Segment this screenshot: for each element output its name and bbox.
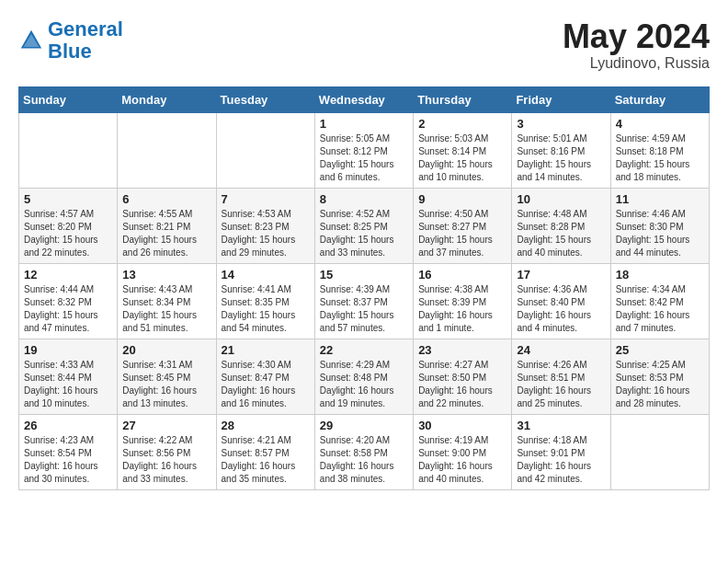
calendar-cell: 1Sunrise: 5:05 AMSunset: 8:12 PMDaylight… bbox=[314, 112, 413, 188]
day-info: Sunrise: 4:31 AMSunset: 8:45 PMDaylight:… bbox=[122, 359, 210, 410]
weekday-header-tuesday: Tuesday bbox=[216, 86, 314, 112]
day-number: 2 bbox=[418, 117, 506, 131]
day-number: 4 bbox=[616, 117, 704, 131]
day-info: Sunrise: 4:48 AMSunset: 8:28 PMDaylight:… bbox=[517, 208, 605, 259]
day-number: 29 bbox=[320, 419, 408, 432]
calendar-cell: 13Sunrise: 4:43 AMSunset: 8:34 PMDayligh… bbox=[118, 263, 216, 339]
day-number: 14 bbox=[222, 268, 310, 282]
day-info: Sunrise: 4:46 AMSunset: 8:30 PMDaylight:… bbox=[616, 208, 704, 259]
calendar-cell: 27Sunrise: 4:22 AMSunset: 8:56 PMDayligh… bbox=[118, 414, 216, 489]
calendar-cell bbox=[216, 112, 314, 188]
day-number: 25 bbox=[616, 343, 704, 357]
calendar-cell: 5Sunrise: 4:57 AMSunset: 8:20 PMDaylight… bbox=[19, 188, 118, 263]
day-info: Sunrise: 4:38 AMSunset: 8:39 PMDaylight:… bbox=[418, 283, 506, 335]
day-info: Sunrise: 4:53 AMSunset: 8:23 PMDaylight:… bbox=[222, 208, 310, 259]
calendar-cell: 9Sunrise: 4:50 AMSunset: 8:27 PMDaylight… bbox=[414, 188, 512, 263]
weekday-header-friday: Friday bbox=[512, 86, 610, 112]
day-info: Sunrise: 4:26 AMSunset: 8:51 PMDaylight:… bbox=[517, 359, 605, 410]
calendar-cell: 22Sunrise: 4:29 AMSunset: 8:48 PMDayligh… bbox=[314, 339, 413, 414]
day-number: 17 bbox=[517, 268, 605, 282]
day-number: 28 bbox=[222, 419, 310, 432]
day-number: 18 bbox=[616, 268, 704, 282]
day-number: 6 bbox=[122, 192, 210, 206]
calendar-cell: 17Sunrise: 4:36 AMSunset: 8:40 PMDayligh… bbox=[512, 263, 610, 339]
calendar-cell: 7Sunrise: 4:53 AMSunset: 8:23 PMDaylight… bbox=[216, 188, 314, 263]
day-info: Sunrise: 4:33 AMSunset: 8:44 PMDaylight:… bbox=[24, 359, 112, 410]
day-number: 8 bbox=[320, 192, 408, 206]
day-number: 21 bbox=[222, 343, 310, 357]
calendar-cell: 2Sunrise: 5:03 AMSunset: 8:14 PMDaylight… bbox=[414, 112, 512, 188]
day-number: 9 bbox=[418, 192, 506, 206]
day-info: Sunrise: 4:27 AMSunset: 8:50 PMDaylight:… bbox=[418, 359, 506, 410]
day-number: 23 bbox=[418, 343, 506, 357]
weekday-header-monday: Monday bbox=[118, 86, 216, 112]
day-info: Sunrise: 4:34 AMSunset: 8:42 PMDaylight:… bbox=[616, 283, 704, 335]
day-number: 15 bbox=[320, 268, 408, 282]
logo-icon bbox=[18, 28, 44, 53]
calendar-cell: 8Sunrise: 4:52 AMSunset: 8:25 PMDaylight… bbox=[314, 188, 413, 263]
day-info: Sunrise: 4:22 AMSunset: 8:56 PMDaylight:… bbox=[122, 434, 210, 486]
calendar-cell: 24Sunrise: 4:26 AMSunset: 8:51 PMDayligh… bbox=[512, 339, 610, 414]
calendar-cell: 26Sunrise: 4:23 AMSunset: 8:54 PMDayligh… bbox=[19, 414, 118, 489]
calendar-table: SundayMondayTuesdayWednesdayThursdayFrid… bbox=[18, 86, 710, 490]
title-block: May 2024 Lyudinovo, Russia bbox=[563, 18, 710, 72]
day-number: 3 bbox=[517, 117, 605, 131]
day-number: 26 bbox=[24, 419, 112, 432]
day-number: 1 bbox=[320, 117, 408, 131]
day-number: 11 bbox=[616, 192, 704, 206]
day-info: Sunrise: 4:25 AMSunset: 8:53 PMDaylight:… bbox=[616, 359, 704, 410]
calendar-cell: 15Sunrise: 4:39 AMSunset: 8:37 PMDayligh… bbox=[314, 263, 413, 339]
logo: General Blue bbox=[18, 18, 123, 63]
calendar-cell: 23Sunrise: 4:27 AMSunset: 8:50 PMDayligh… bbox=[414, 339, 512, 414]
calendar-cell: 28Sunrise: 4:21 AMSunset: 8:57 PMDayligh… bbox=[216, 414, 314, 489]
day-info: Sunrise: 5:05 AMSunset: 8:12 PMDaylight:… bbox=[320, 132, 408, 184]
day-info: Sunrise: 4:43 AMSunset: 8:34 PMDaylight:… bbox=[122, 283, 210, 335]
day-info: Sunrise: 4:39 AMSunset: 8:37 PMDaylight:… bbox=[320, 283, 408, 335]
day-number: 10 bbox=[517, 192, 605, 206]
calendar-cell: 14Sunrise: 4:41 AMSunset: 8:35 PMDayligh… bbox=[216, 263, 314, 339]
day-number: 24 bbox=[517, 343, 605, 357]
day-info: Sunrise: 4:23 AMSunset: 8:54 PMDaylight:… bbox=[24, 434, 112, 486]
day-info: Sunrise: 4:36 AMSunset: 8:40 PMDaylight:… bbox=[517, 283, 605, 335]
day-number: 19 bbox=[24, 343, 112, 357]
calendar-cell: 19Sunrise: 4:33 AMSunset: 8:44 PMDayligh… bbox=[19, 339, 118, 414]
day-info: Sunrise: 4:57 AMSunset: 8:20 PMDaylight:… bbox=[24, 208, 112, 259]
day-number: 30 bbox=[418, 419, 506, 432]
calendar-cell: 18Sunrise: 4:34 AMSunset: 8:42 PMDayligh… bbox=[610, 263, 709, 339]
calendar-cell: 10Sunrise: 4:48 AMSunset: 8:28 PMDayligh… bbox=[512, 188, 610, 263]
month-title: May 2024 bbox=[563, 18, 710, 55]
day-number: 13 bbox=[122, 268, 210, 282]
day-info: Sunrise: 4:55 AMSunset: 8:21 PMDaylight:… bbox=[122, 208, 210, 259]
calendar-cell: 16Sunrise: 4:38 AMSunset: 8:39 PMDayligh… bbox=[414, 263, 512, 339]
day-number: 7 bbox=[222, 192, 310, 206]
day-number: 16 bbox=[418, 268, 506, 282]
day-info: Sunrise: 4:44 AMSunset: 8:32 PMDaylight:… bbox=[24, 283, 112, 335]
day-info: Sunrise: 4:21 AMSunset: 8:57 PMDaylight:… bbox=[222, 434, 310, 486]
weekday-header-sunday: Sunday bbox=[19, 86, 118, 112]
day-info: Sunrise: 5:03 AMSunset: 8:14 PMDaylight:… bbox=[418, 132, 506, 184]
day-info: Sunrise: 4:19 AMSunset: 9:00 PMDaylight:… bbox=[418, 434, 506, 486]
calendar-cell: 3Sunrise: 5:01 AMSunset: 8:16 PMDaylight… bbox=[512, 112, 610, 188]
day-info: Sunrise: 4:18 AMSunset: 9:01 PMDaylight:… bbox=[517, 434, 605, 486]
day-info: Sunrise: 4:59 AMSunset: 8:18 PMDaylight:… bbox=[616, 132, 704, 184]
calendar-week-4: 19Sunrise: 4:33 AMSunset: 8:44 PMDayligh… bbox=[19, 339, 710, 414]
calendar-cell bbox=[118, 112, 216, 188]
day-number: 5 bbox=[24, 192, 112, 206]
day-number: 22 bbox=[320, 343, 408, 357]
weekday-header-thursday: Thursday bbox=[414, 86, 512, 112]
calendar-cell bbox=[610, 414, 709, 489]
day-info: Sunrise: 4:50 AMSunset: 8:27 PMDaylight:… bbox=[418, 208, 506, 259]
logo-text: General Blue bbox=[48, 18, 123, 63]
calendar-cell: 12Sunrise: 4:44 AMSunset: 8:32 PMDayligh… bbox=[19, 263, 118, 339]
day-number: 20 bbox=[122, 343, 210, 357]
day-number: 31 bbox=[517, 419, 605, 432]
calendar-cell bbox=[19, 112, 118, 188]
calendar-cell: 21Sunrise: 4:30 AMSunset: 8:47 PMDayligh… bbox=[216, 339, 314, 414]
calendar-week-1: 1Sunrise: 5:05 AMSunset: 8:12 PMDaylight… bbox=[19, 112, 710, 188]
weekday-header-saturday: Saturday bbox=[610, 86, 709, 112]
calendar-cell: 30Sunrise: 4:19 AMSunset: 9:00 PMDayligh… bbox=[414, 414, 512, 489]
calendar-cell: 4Sunrise: 4:59 AMSunset: 8:18 PMDaylight… bbox=[610, 112, 709, 188]
calendar-week-3: 12Sunrise: 4:44 AMSunset: 8:32 PMDayligh… bbox=[19, 263, 710, 339]
day-info: Sunrise: 4:30 AMSunset: 8:47 PMDaylight:… bbox=[222, 359, 310, 410]
weekday-header-wednesday: Wednesday bbox=[314, 86, 413, 112]
